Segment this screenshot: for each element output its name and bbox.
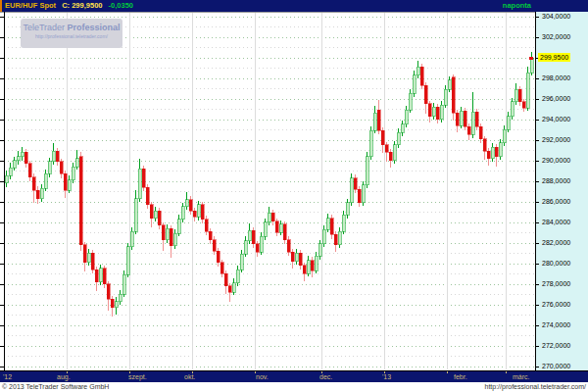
- candle-up[interactable]: [185, 200, 188, 207]
- candle-down[interactable]: [271, 213, 274, 220]
- candle-down[interactable]: [291, 252, 294, 261]
- candle-up[interactable]: [491, 147, 494, 159]
- candle-up[interactable]: [5, 175, 8, 182]
- candle-down[interactable]: [91, 253, 94, 270]
- candle-down[interactable]: [311, 261, 314, 271]
- candle-down[interactable]: [205, 220, 208, 232]
- candle-up[interactable]: [240, 254, 243, 270]
- candle-down[interactable]: [334, 234, 337, 245]
- candle-down[interactable]: [495, 147, 498, 156]
- candle-down[interactable]: [452, 77, 455, 114]
- candle-down[interactable]: [420, 67, 423, 85]
- candle-down[interactable]: [252, 230, 255, 244]
- candle-down[interactable]: [518, 89, 521, 102]
- candle-down[interactable]: [283, 224, 286, 240]
- candle-up[interactable]: [197, 205, 200, 218]
- candle-up[interactable]: [507, 117, 510, 130]
- candle-down[interactable]: [287, 240, 290, 253]
- candle-down[interactable]: [28, 164, 31, 177]
- candle-up[interactable]: [68, 180, 71, 191]
- candle-down[interactable]: [193, 211, 196, 217]
- candle-down[interactable]: [522, 102, 525, 108]
- candle-down[interactable]: [83, 245, 86, 263]
- candle-down[interactable]: [330, 219, 333, 235]
- candle-up[interactable]: [40, 188, 43, 199]
- candle-down[interactable]: [79, 157, 82, 245]
- candle-up[interactable]: [48, 162, 51, 174]
- candle-up[interactable]: [138, 169, 141, 198]
- candle-up[interactable]: [99, 269, 102, 282]
- candle-up[interactable]: [514, 89, 517, 102]
- candle-down[interactable]: [170, 228, 172, 246]
- candle-up[interactable]: [448, 80, 451, 89]
- candle-up[interactable]: [499, 143, 502, 157]
- candle-down[interactable]: [487, 151, 490, 158]
- candle-up[interactable]: [72, 167, 74, 180]
- candle-down[interactable]: [385, 145, 388, 152]
- candle-up[interactable]: [44, 173, 47, 188]
- candle-up[interactable]: [166, 228, 169, 240]
- candle-down[interactable]: [436, 107, 439, 120]
- candle-down[interactable]: [303, 266, 306, 273]
- candle-up[interactable]: [362, 185, 365, 203]
- candle-up[interactable]: [126, 247, 129, 274]
- candle-down[interactable]: [256, 244, 259, 252]
- candle-up[interactable]: [307, 261, 310, 274]
- candle-up[interactable]: [52, 151, 55, 162]
- candle-up[interactable]: [260, 236, 263, 252]
- candle-up[interactable]: [318, 244, 321, 257]
- candle-up[interactable]: [232, 283, 235, 292]
- candle-up[interactable]: [87, 253, 90, 262]
- candle-up[interactable]: [342, 215, 345, 231]
- candle-up[interactable]: [177, 220, 180, 234]
- candle-up[interactable]: [511, 102, 514, 117]
- candle-up[interactable]: [122, 274, 125, 294]
- candle-up[interactable]: [17, 157, 20, 161]
- candle-down[interactable]: [464, 111, 466, 126]
- candle-down[interactable]: [479, 126, 482, 139]
- candle-down[interactable]: [32, 177, 35, 191]
- price-axis[interactable]: 270,0000272,0000274,0000276,0000278,0000…: [535, 12, 588, 370]
- candle-up[interactable]: [134, 199, 137, 232]
- candle-down[interactable]: [142, 169, 145, 187]
- candle-up[interactable]: [346, 203, 349, 216]
- candle-down[interactable]: [95, 270, 98, 282]
- candle-up[interactable]: [13, 161, 16, 168]
- candle-up[interactable]: [295, 253, 298, 261]
- candle-up[interactable]: [409, 93, 412, 110]
- candle-down[interactable]: [150, 205, 153, 219]
- candle-up[interactable]: [9, 168, 12, 175]
- candle-up[interactable]: [326, 219, 329, 230]
- candle-up[interactable]: [530, 58, 533, 73]
- candle-up[interactable]: [119, 294, 122, 301]
- time-axis[interactable]: '12aug.szept.okt.nov.dec.'13febr.márc.: [0, 370, 588, 382]
- candle-down[interactable]: [107, 284, 110, 300]
- candle-down[interactable]: [456, 113, 459, 125]
- candle-down[interactable]: [64, 173, 67, 190]
- candle-down[interactable]: [158, 211, 161, 225]
- candle-down[interactable]: [299, 253, 302, 266]
- candle-up[interactable]: [75, 159, 78, 167]
- candle-down[interactable]: [103, 269, 106, 284]
- candle-up[interactable]: [444, 89, 447, 105]
- candle-up[interactable]: [413, 75, 416, 94]
- candle-down[interactable]: [428, 104, 431, 117]
- candle-up[interactable]: [397, 132, 400, 145]
- candle-down[interactable]: [217, 251, 220, 263]
- candle-down[interactable]: [228, 286, 231, 292]
- candle-down[interactable]: [111, 299, 114, 307]
- candle-down[interactable]: [224, 273, 227, 286]
- candle-down[interactable]: [56, 151, 59, 162]
- candle-up[interactable]: [373, 113, 376, 130]
- candle-up[interactable]: [440, 105, 443, 120]
- candle-up[interactable]: [268, 213, 270, 221]
- candle-up[interactable]: [471, 112, 474, 134]
- candle-up[interactable]: [369, 130, 372, 156]
- candle-down[interactable]: [358, 189, 361, 203]
- candle-down[interactable]: [275, 221, 278, 233]
- candle-down[interactable]: [162, 225, 165, 240]
- candle-up[interactable]: [315, 256, 318, 270]
- candle-up[interactable]: [460, 111, 463, 125]
- candle-up[interactable]: [279, 224, 282, 232]
- candle-down[interactable]: [213, 240, 216, 252]
